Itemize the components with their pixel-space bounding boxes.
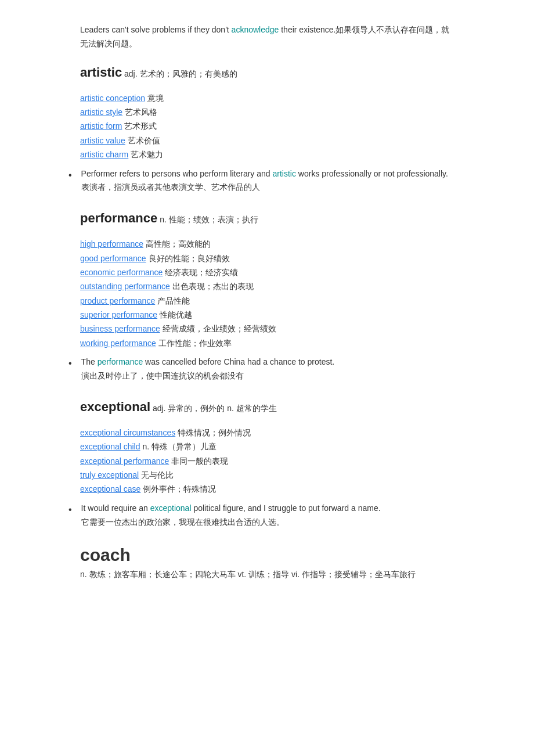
- headword-text-performance: performance: [80, 211, 157, 225]
- coach-def-n: 教练；旅客车厢；长途公车；四轮大马车: [89, 570, 236, 579]
- collocation-link-business-performance[interactable]: business performance: [80, 324, 160, 333]
- example-highlight-performance: performance: [98, 357, 143, 366]
- collocation-outstanding-performance: outstanding performance 出色表现；杰出的表现: [80, 280, 454, 293]
- word-block-artistic: artistic adj. 艺术的；风雅的；有美感的 artistic conc…: [80, 65, 454, 195]
- bullet-performance: •: [68, 355, 72, 371]
- collocation-artistic-value: artistic value 艺术价值: [80, 134, 454, 147]
- collocation-business-performance: business performance 经营成绩，企业绩效；经营绩效: [80, 322, 454, 335]
- collocation-meaning-business-performance: 经营成绩，企业绩效；经营绩效: [163, 324, 276, 333]
- collocations-exceptional: exceptional circumstances 特殊情况；例外情况 exce…: [80, 426, 454, 496]
- collocation-link-outstanding-performance[interactable]: outstanding performance: [80, 282, 170, 291]
- collocation-exceptional-child: exceptional child n. 特殊（异常）儿童: [80, 440, 454, 453]
- word-headword-performance: performance n. 性能；绩效；表演；执行: [80, 211, 454, 226]
- collocation-meaning-exceptional-performance: 非同一般的表现: [171, 456, 228, 466]
- example-artistic-cn: 表演者，指演员或者其他表演文学、艺术作品的人: [81, 181, 448, 195]
- word-headword-coach: coach: [80, 545, 454, 565]
- example-performance-cn: 演出及时停止了，使中国连抗议的机会都没有: [81, 369, 335, 383]
- sentence-en-before: Leaders can't solve problems if they don…: [80, 25, 232, 34]
- collocation-truly-exceptional: truly exceptional 无与伦比: [80, 469, 454, 481]
- example-performance-block: • The performance was cancelled before C…: [80, 355, 454, 383]
- collocation-meaning-working-performance: 工作性能；作业效率: [158, 339, 232, 348]
- collocation-link-exceptional-child[interactable]: exceptional child: [80, 442, 140, 451]
- collocation-meaning-artistic-conception: 意境: [147, 93, 164, 103]
- word-headword-exceptional: exceptional adj. 异常的，例外的 n. 超常的学生: [80, 399, 454, 415]
- word-def-coach: n. 教练；旅客车厢；长途公车；四轮大马车 vt. 训练；指导 vi. 作指导；…: [80, 567, 454, 582]
- example-exceptional-text: It would require an exceptional politica…: [81, 502, 381, 530]
- collocations-performance: high performance 高性能；高效能的 good performan…: [80, 237, 454, 350]
- collocation-link-good-performance[interactable]: good performance: [80, 254, 146, 263]
- collocation-meaning-artistic-style: 艺术风格: [125, 107, 157, 117]
- collocation-link-artistic-form[interactable]: artistic form: [80, 121, 122, 131]
- collocation-meaning-truly-exceptional: 无与伦比: [141, 470, 174, 480]
- page-content: Leaders can't solve problems if they don…: [0, 0, 534, 622]
- collocation-link-exceptional-circumstances[interactable]: exceptional circumstances: [80, 428, 175, 437]
- collocation-meaning-artistic-form: 艺术形式: [124, 121, 157, 131]
- coach-def-vi: 作指导；接受辅导；坐马车旅行: [302, 570, 416, 579]
- collocation-high-performance: high performance 高性能；高效能的: [80, 237, 454, 250]
- collocation-exceptional-case: exceptional case 例外事件；特殊情况: [80, 483, 454, 495]
- collocation-artistic-style: artistic style 艺术风格: [80, 106, 454, 118]
- bullet-artistic: •: [68, 167, 72, 183]
- example-artistic-text: Performer refers to persons who perform …: [81, 167, 448, 195]
- collocation-working-performance: working performance 工作性能；作业效率: [80, 337, 454, 350]
- word-headword-artistic: artistic adj. 艺术的；风雅的；有美感的: [80, 65, 454, 80]
- collocation-meaning-product-performance: 产品性能: [157, 296, 190, 305]
- collocation-good-performance: good performance 良好的性能；良好绩效: [80, 252, 454, 265]
- collocation-meaning-outstanding-performance: 出色表现；杰出的表现: [172, 282, 254, 291]
- collocation-link-product-performance[interactable]: product performance: [80, 296, 155, 305]
- example-performance-en: The performance was cancelled before Chi…: [81, 355, 335, 369]
- example-artistic-en: Performer refers to persons who perform …: [81, 167, 448, 181]
- headword-text-exceptional: exceptional: [80, 399, 150, 414]
- collocation-meaning-exceptional-child: n. 特殊（异常）儿童: [142, 442, 217, 451]
- sentence-acknowledge-block: Leaders can't solve problems if they don…: [80, 23, 454, 51]
- bullet-exceptional: •: [68, 502, 72, 517]
- collocation-link-superior-performance[interactable]: superior performance: [80, 310, 157, 319]
- example-highlight-exceptional: exceptional: [150, 503, 192, 513]
- coach-pos-vi: vi.: [291, 570, 300, 579]
- example-performance-text: The performance was cancelled before Chi…: [81, 355, 335, 383]
- collocation-link-artistic-charm[interactable]: artistic charm: [80, 150, 128, 159]
- example-exceptional-en: It would require an exceptional politica…: [81, 502, 381, 516]
- example-artistic-block: • Performer refers to persons who perfor…: [80, 167, 454, 195]
- headword-text-coach: coach: [80, 545, 131, 564]
- collocation-link-working-performance[interactable]: working performance: [80, 339, 156, 348]
- collocation-meaning-economic-performance: 经济表现；经济实绩: [165, 268, 238, 277]
- collocation-link-exceptional-performance[interactable]: exceptional performance: [80, 456, 169, 466]
- coach-pos-n: n.: [80, 570, 87, 579]
- word-block-coach: coach n. 教练；旅客车厢；长途公车；四轮大马车 vt. 训练；指导 vi…: [80, 545, 454, 582]
- collocation-link-truly-exceptional[interactable]: truly exceptional: [80, 470, 139, 480]
- collocation-link-economic-performance[interactable]: economic performance: [80, 268, 163, 277]
- word-entry-coach: coach n. 教练；旅客车厢；长途公车；四轮大马车 vt. 训练；指导 vi…: [80, 545, 454, 582]
- collocation-artistic-form: artistic form 艺术形式: [80, 120, 454, 132]
- collocation-meaning-exceptional-circumstances: 特殊情况；例外情况: [178, 428, 251, 437]
- collocation-meaning-superior-performance: 性能优越: [160, 310, 192, 319]
- collocations-artistic: artistic conception 意境 artistic style 艺术…: [80, 92, 454, 161]
- collocation-exceptional-performance: exceptional performance 非同一般的表现: [80, 455, 454, 467]
- collocation-meaning-artistic-charm: 艺术魅力: [131, 150, 163, 159]
- collocation-link-artistic-value[interactable]: artistic value: [80, 136, 125, 145]
- word-entry-performance: performance n. 性能；绩效；表演；执行: [80, 211, 454, 226]
- word-block-exceptional: exceptional adj. 异常的，例外的 n. 超常的学生 except…: [80, 399, 454, 530]
- collocation-link-exceptional-case[interactable]: exceptional case: [80, 484, 140, 494]
- sentence-highlight-acknowledge: acknowledge: [232, 25, 279, 34]
- coach-pos-vt: vt.: [237, 570, 246, 579]
- word-entry-artistic: artistic adj. 艺术的；风雅的；有美感的: [80, 65, 454, 80]
- collocation-link-artistic-conception[interactable]: artistic conception: [80, 93, 145, 103]
- collocation-link-artistic-style[interactable]: artistic style: [80, 107, 122, 117]
- collocation-artistic-charm: artistic charm 艺术魅力: [80, 148, 454, 161]
- collocation-meaning-exceptional-case: 例外事件；特殊情况: [143, 484, 216, 494]
- collocation-link-high-performance[interactable]: high performance: [80, 239, 143, 249]
- example-exceptional-block: • It would require an exceptional politi…: [80, 502, 454, 530]
- example-exceptional-cn: 它需要一位杰出的政治家，我现在很难找出合适的人选。: [81, 516, 381, 530]
- collocation-meaning-high-performance: 高性能；高效能的: [146, 239, 211, 249]
- coach-def-vt: 训练；指导: [248, 570, 289, 579]
- collocation-exceptional-circumstances: exceptional circumstances 特殊情况；例外情况: [80, 426, 454, 439]
- collocation-meaning-artistic-value: 艺术价值: [128, 136, 160, 145]
- headword-text-artistic: artistic: [80, 65, 122, 80]
- word-pos-artistic: adj. 艺术的；风雅的；有美感的: [124, 69, 237, 78]
- collocation-superior-performance: superior performance 性能优越: [80, 308, 454, 321]
- word-entry-exceptional: exceptional adj. 异常的，例外的 n. 超常的学生: [80, 399, 454, 415]
- word-pos-exceptional: adj. 异常的，例外的 n. 超常的学生: [153, 404, 277, 413]
- collocation-economic-performance: economic performance 经济表现；经济实绩: [80, 266, 454, 279]
- collocation-product-performance: product performance 产品性能: [80, 294, 454, 307]
